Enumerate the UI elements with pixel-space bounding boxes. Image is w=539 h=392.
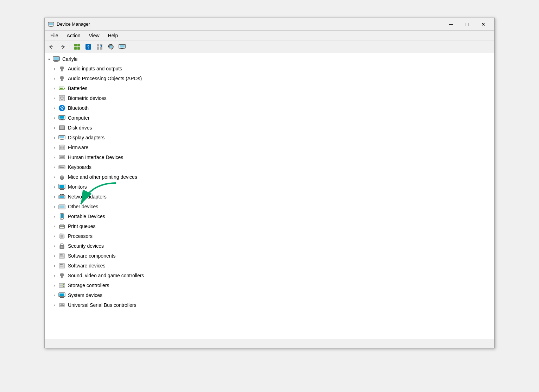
tree-item-keyboards[interactable]: › Keyboards [45,162,494,172]
tree-item-processors[interactable]: › [45,231,494,241]
disk-drives-icon [58,124,66,132]
display-adapters-icon [58,134,66,141]
help-button[interactable]: ? [83,42,94,52]
tree-item-monitors[interactable]: › Monitors [45,182,494,192]
tree-item-usb-controllers[interactable]: › USB Universal Serial Bus controllers [45,300,494,310]
svg-rect-13 [100,47,102,50]
chevron-right-icon: › [52,243,57,249]
window-title: Device Manager [57,21,443,27]
display-adapters-label: Display adapters [68,135,104,140]
svg-rect-117 [59,286,65,287]
other-devices-icon [58,203,66,210]
tree-item-display-adapters[interactable]: › Display adapters [45,133,494,143]
chevron-right-icon: › [52,204,57,209]
bluetooth-icon [58,104,66,112]
batteries-label: Batteries [68,86,87,91]
tree-item-sound-video[interactable]: › Sound, video and game controllers [45,271,494,280]
chevron-right-icon: › [52,164,57,170]
svg-rect-111 [60,267,63,267]
disk-drives-label: Disk drives [68,125,92,131]
tree-item-system-devices[interactable]: › System devices [45,290,494,300]
security-devices-label: Security devices [68,243,104,249]
svg-rect-49 [60,146,64,149]
chevron-right-icon: › [52,233,57,239]
menu-action[interactable]: Action [63,31,85,40]
menu-help[interactable]: Help [104,31,122,40]
close-button[interactable]: ✕ [475,19,492,30]
tree-item-print-queues[interactable]: › Print queues [45,221,494,231]
svg-rect-10 [97,44,99,46]
view-type-button[interactable] [72,42,82,52]
svg-point-118 [63,286,64,287]
svg-point-43 [63,129,64,130]
biometric-icon [58,94,66,102]
tree-item-mice[interactable]: › Mice and other pointing devices [45,172,494,182]
svg-rect-18 [121,48,123,49]
svg-rect-113 [61,276,63,278]
chevron-right-icon: › [52,194,57,200]
tree-item-other-devices[interactable]: › Other devices [45,202,494,211]
tree-item-disk-drives[interactable]: › Disk drives [45,123,494,133]
chevron-right-icon: › [52,214,57,219]
svg-rect-86 [63,226,64,227]
tree-item-network-adapters[interactable]: › Network adapters [45,192,494,202]
bluetooth-label: Bluetooth [68,105,89,111]
tree-item-biometric[interactable]: › Biometric devices [45,93,494,103]
tree-item-batteries[interactable]: › Batteries [45,83,494,93]
maximize-button[interactable]: □ [459,19,475,30]
chevron-right-icon: › [52,125,57,131]
tree-item-portable-devices[interactable]: › Portable Devices [45,211,494,221]
back-button[interactable] [46,42,57,52]
portable-devices-label: Portable Devices [68,214,105,219]
audio-inputs-label: Audio inputs and outputs [68,66,122,71]
svg-rect-112 [60,273,64,276]
svg-rect-85 [60,227,64,228]
svg-rect-40 [60,120,64,121]
computer-label: Computer [68,115,89,121]
tree-area[interactable]: ▾ Carlyle › [45,53,494,340]
menu-view[interactable]: View [84,31,103,40]
forward-button[interactable] [57,42,68,52]
tree-root-carlyle[interactable]: ▾ Carlyle [45,55,494,64]
toolbar-separator-1 [70,43,70,51]
keyboards-label: Keyboards [68,164,91,170]
tree-item-storage-controllers[interactable]: › Storage controllers [45,280,494,290]
show-hidden-button[interactable] [94,42,105,52]
tree-item-software-devices[interactable]: › Software devices [45,261,494,271]
tree-item-bluetooth[interactable]: › Bluetooth [45,103,494,113]
software-devices-icon [58,262,66,270]
svg-rect-66 [59,167,64,168]
svg-text:?: ? [87,45,89,50]
svg-rect-75 [59,196,64,198]
menu-file[interactable]: File [46,31,63,40]
svg-rect-73 [60,189,64,190]
svg-rect-1 [49,23,53,25]
computer-root-icon [52,55,60,63]
svg-rect-120 [59,293,64,296]
minimize-button[interactable]: ─ [443,19,459,30]
tree-item-computer[interactable]: › Computer [45,113,494,123]
mice-icon [58,173,66,181]
chevron-right-icon: › [52,86,57,91]
monitors-icon [58,183,66,191]
tree-item-audio-inputs[interactable]: › Audio inputs and outputs [45,64,494,74]
security-devices-icon [58,242,66,250]
tree-item-security-devices[interactable]: › Security devices [45,241,494,251]
chevron-right-icon: › [52,273,57,278]
svg-point-69 [61,176,63,178]
svg-rect-61 [59,166,60,167]
chevron-right-icon: › [52,76,57,81]
svg-rect-115 [59,283,65,285]
computer-button[interactable] [117,42,127,52]
chevron-right-icon: › [52,253,57,259]
tree-item-firmware[interactable]: › Firmware [45,143,494,152]
svg-rect-72 [61,189,63,189]
tree-item-audio-processing[interactable]: › Audio Processing Objects (APOs) [45,74,494,83]
tree-item-hid[interactable]: › Human Interface Devices [45,152,494,162]
svg-rect-62 [61,166,61,167]
tree-item-software-components[interactable]: › Software components [45,251,494,261]
update-button[interactable] [106,42,116,52]
svg-rect-6 [74,47,77,50]
chevron-right-icon: › [52,105,57,111]
svg-rect-55 [60,156,61,157]
